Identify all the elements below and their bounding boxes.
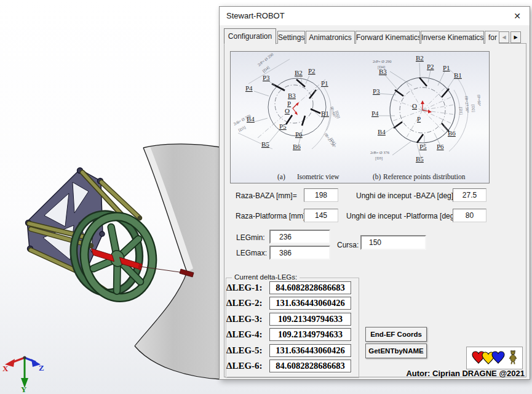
dialog-title: Stewart-ROBOT xyxy=(226,11,285,20)
stewart-robot-dialog: Stewart-ROBOT ✕ Configuration Settings A… xyxy=(219,6,530,380)
legmax-label: LEGmax: xyxy=(236,249,267,257)
dleg3-value[interactable] xyxy=(269,313,351,326)
author-credit: Autor: Ciprian DRAGNE @2021 xyxy=(406,369,525,378)
dleg5-label: ΔLEG-5: xyxy=(226,345,267,356)
tab-animatronics[interactable]: Animatronics xyxy=(306,31,355,44)
svg-text:[D1]: [D1] xyxy=(458,107,464,115)
diagram-isometric-view: P3 B2 P2 P4 P1 B3 P O B4 B1 P5 P6 B5 B6 … xyxy=(233,52,359,172)
svg-text:P5: P5 xyxy=(279,123,287,130)
svg-text:P4: P4 xyxy=(245,84,253,92)
delta-legs-group-label: Current delta-LEGs: xyxy=(232,273,300,281)
svg-text:2rB= Ø 376: 2rB= Ø 376 xyxy=(370,150,390,155)
svg-text:[D2]: [D2] xyxy=(470,105,476,113)
unghi-platforma-input[interactable] xyxy=(453,209,486,222)
svg-text:[D3]: [D3] xyxy=(375,156,383,161)
svg-text:P3: P3 xyxy=(263,74,270,81)
tab-inverse-kinematics[interactable]: Inverse Kinematics xyxy=(421,31,484,44)
svg-text:B5: B5 xyxy=(416,155,424,163)
caption-a-letter: (a) xyxy=(277,173,285,180)
svg-text:B6: B6 xyxy=(448,129,456,137)
robot-platform-wheel xyxy=(68,207,158,304)
svg-text:B5: B5 xyxy=(261,140,269,148)
unghi-platforma-label: Unghi de inceput -Platforma [deg]= xyxy=(346,212,461,220)
diagram-a-center-arrows xyxy=(293,102,299,115)
svg-text:P4: P4 xyxy=(371,110,379,117)
legmin-label: LEGmin: xyxy=(236,233,265,242)
raza-baza-label: Raza-BAZA [mm]= xyxy=(236,191,297,200)
triad-y-label: Y xyxy=(21,385,27,394)
tab-scroll-left-icon[interactable]: ◀ xyxy=(499,31,509,43)
dleg1-label: ΔLEG-1: xyxy=(226,283,267,293)
svg-text:P1: P1 xyxy=(443,64,450,71)
dleg4-label: ΔLEG-4: xyxy=(226,329,267,340)
dleg3-label: ΔLEG-3: xyxy=(226,314,267,324)
svg-text:fB=27.50°: fB=27.50° xyxy=(464,96,470,113)
raza-baza-input[interactable] xyxy=(304,188,338,202)
svg-text:O: O xyxy=(412,102,417,110)
svg-text:2rP= Ø 290: 2rP= Ø 290 xyxy=(373,59,391,63)
svg-text:[D4]: [D4] xyxy=(378,65,385,70)
cursa-label: Cursa: xyxy=(337,241,359,249)
tab-settings[interactable]: Settings xyxy=(277,31,305,44)
svg-text:[D3]: [D3] xyxy=(237,125,247,133)
heart-blue-icon xyxy=(492,352,504,363)
legmax-input[interactable] xyxy=(269,246,330,260)
hearts-logo xyxy=(466,347,523,369)
svg-text:B4: B4 xyxy=(378,128,386,135)
bear-icon xyxy=(510,350,517,364)
reference-diagram-image: P3 B2 P2 P4 P1 B3 P O B4 B1 P5 P6 B5 B6 … xyxy=(230,51,490,183)
dialog-titlebar[interactable]: Stewart-ROBOT ✕ xyxy=(220,7,530,25)
dleg4-value[interactable] xyxy=(269,328,351,341)
svg-text:P3: P3 xyxy=(373,87,380,95)
legmin-input[interactable] xyxy=(269,230,330,244)
close-icon[interactable]: ✕ xyxy=(510,10,524,22)
cursa-input[interactable] xyxy=(360,235,426,250)
svg-text:P2: P2 xyxy=(308,67,316,74)
svg-text:B2: B2 xyxy=(416,54,424,62)
svg-text:2rP= Ø 290: 2rP= Ø 290 xyxy=(256,52,274,67)
dish-surface xyxy=(135,144,220,379)
tab-forward-kinematics[interactable]: Forward Kinematics xyxy=(355,31,420,44)
svg-text:B1: B1 xyxy=(321,110,329,117)
svg-text:P2: P2 xyxy=(427,63,434,70)
dleg2-label: ΔLEG-2: xyxy=(226,298,267,308)
svg-text:B2: B2 xyxy=(295,69,303,76)
diagram-reference-points: B2 P2 B3 P1 B1 P3 O P P4 B4 B6 P5 P6 B5 … xyxy=(363,52,489,172)
svg-text:B6: B6 xyxy=(293,143,301,150)
svg-text:B1: B1 xyxy=(454,71,462,79)
svg-text:O: O xyxy=(285,107,290,115)
raza-platforma-label: Raza-Platforma [mm]= xyxy=(236,212,309,220)
dleg2-value[interactable] xyxy=(269,297,351,310)
tab-scroll-right-icon[interactable]: ▶ xyxy=(510,31,521,43)
caption-b-text: Reference points distribution xyxy=(383,173,466,180)
tab-truncated[interactable]: for M xyxy=(485,31,499,44)
svg-text:[D4]: [D4] xyxy=(261,65,271,74)
dleg5-value[interactable] xyxy=(269,344,351,357)
triad-z-label: Z xyxy=(39,363,44,372)
svg-text:P1: P1 xyxy=(321,79,328,87)
screen: { "window": { "title": "Stewart-ROBOT", … xyxy=(0,0,532,394)
triad-x-label: X xyxy=(2,364,9,373)
svg-text:P6: P6 xyxy=(437,143,444,150)
unghi-baza-input[interactable] xyxy=(453,188,486,202)
tab-configuration[interactable]: Configuration xyxy=(224,28,276,44)
svg-text:P5: P5 xyxy=(419,143,427,150)
dleg6-value[interactable] xyxy=(269,360,351,372)
getentbyname-button[interactable]: GetENTbyNAME xyxy=(365,344,427,358)
svg-text:P: P xyxy=(287,100,291,107)
raza-platforma-input[interactable] xyxy=(304,209,338,222)
svg-text:P6: P6 xyxy=(295,131,303,138)
unghi-baza-label: Unghi de inceput -BAZA [deg]= xyxy=(356,191,458,200)
svg-text:fP=60°: fP=60° xyxy=(477,95,482,107)
end-ef-coords-button[interactable]: End-EF Coords xyxy=(365,327,427,342)
dleg6-label: ΔLEG-6: xyxy=(226,361,267,371)
orientation-triad: X Y Z xyxy=(2,356,44,394)
caption-a-text: Isometric view xyxy=(297,173,339,180)
svg-text:P: P xyxy=(417,115,421,123)
svg-text:B3: B3 xyxy=(288,92,296,99)
caption-b-letter: (b) xyxy=(373,173,381,180)
diagram-b-center-arrows xyxy=(421,100,432,113)
dleg1-value[interactable] xyxy=(269,281,351,294)
